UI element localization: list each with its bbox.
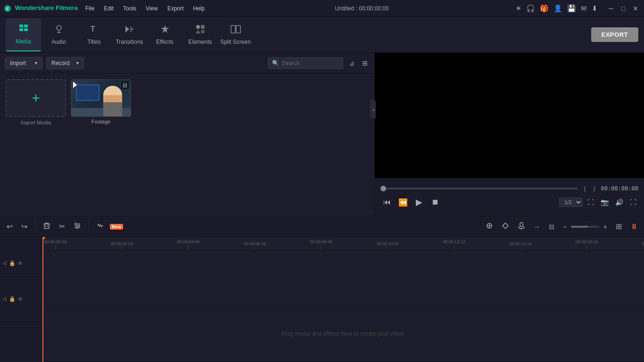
svg-point-17 (201, 30, 205, 33)
export-button[interactable]: EXPORT (591, 27, 638, 42)
playhead-button[interactable]: ⏸ (628, 221, 640, 232)
track-v2-eye-icon[interactable]: 👁 (17, 260, 23, 267)
preview-fullscreen-button[interactable]: ⛶ (628, 197, 638, 207)
window-controls: ─ □ ✕ (606, 4, 640, 13)
tool-transitions[interactable]: Transitions (112, 18, 147, 51)
quality-select[interactable]: 1/2 (559, 197, 583, 207)
ruler-label-4: 00:00:08:08 (310, 239, 333, 244)
ruler-label-8: 00:00:16:16 (576, 239, 598, 244)
track-v2-lock-icon[interactable]: 🔒 (9, 260, 16, 266)
ruler-mark-6: 00:00:12:12 (443, 239, 465, 250)
elements-icon (195, 24, 206, 37)
ruler-label-0: 00:00:00:00 (44, 239, 67, 244)
cut-button[interactable]: ✂ (56, 220, 68, 233)
menu-export[interactable]: Export (164, 3, 188, 14)
ruler-line-1 (122, 247, 122, 250)
import-media-tile[interactable]: + Import Media (6, 79, 66, 125)
rewind-button[interactable]: ⏮ (380, 196, 394, 209)
svg-rect-42 (520, 222, 523, 227)
tool-effects[interactable]: Effects (147, 18, 182, 51)
tool-elements[interactable]: Elements (182, 18, 218, 51)
preview-fit-button[interactable]: ⛶ (586, 197, 596, 207)
track-v1-eye-icon[interactable]: 👁 (17, 296, 23, 303)
maximize-button[interactable]: □ (619, 4, 628, 13)
track-v1-content[interactable]: Drag media and effects here to create yo… (42, 306, 644, 362)
menu-help[interactable]: Help (190, 3, 209, 14)
ruler-mark-3: 00:00:06:06 (244, 241, 266, 250)
footage-label: Footage (91, 119, 110, 124)
fit-screen-button[interactable]: ⊟ (546, 222, 557, 232)
playback-controls: ⏮ ⏪ ▶ ⏹ 1/2 ⛶ 📷 🔊 ⛶ (380, 196, 638, 209)
import-thumb[interactable]: + (6, 79, 66, 117)
tool-media[interactable]: Media (6, 18, 41, 51)
zoom-slider[interactable] (571, 226, 599, 228)
import-dropdown[interactable]: Import ▾ (5, 57, 42, 69)
mail-icon[interactable]: ✉ (581, 4, 587, 13)
mark-in-button[interactable]: { (582, 185, 587, 192)
stop-button[interactable]: ⏹ (429, 196, 442, 209)
filter-button[interactable]: ⊿ (347, 58, 356, 68)
ruler-line-6 (454, 245, 454, 250)
grid-view-button[interactable]: ⊞ (360, 58, 370, 68)
redo-button[interactable]: ↪ (18, 220, 30, 233)
undo-button[interactable]: ↩ (4, 220, 16, 233)
marker-button[interactable] (499, 221, 512, 232)
step-back-button[interactable]: ⏪ (396, 196, 410, 209)
footage-tile[interactable]: ⊟ Footage (71, 79, 131, 125)
tool-audio[interactable]: Audio (41, 18, 76, 51)
record-dropdown[interactable]: Record ▾ (46, 57, 84, 69)
menu-tools[interactable]: Tools (119, 3, 140, 14)
panel-collapse-handle[interactable]: ◂ (370, 100, 376, 119)
scrubber-handle[interactable] (380, 186, 386, 191)
svg-marker-41 (503, 223, 508, 229)
app-logo: F Wondershare Filmora (4, 4, 78, 12)
svg-marker-13 (161, 25, 169, 33)
close-button[interactable]: ✕ (631, 4, 640, 13)
preview-volume-button[interactable]: 🔊 (613, 197, 625, 207)
main-area: Import ▾ Record ▾ 🔍 ⊿ ⊞ + Import Media (0, 53, 644, 216)
search-input[interactable] (282, 60, 339, 66)
delete-button[interactable] (40, 220, 53, 233)
download-icon[interactable]: ⬇ (592, 4, 598, 13)
preview-scrubber: { } 00:00:00:00 (380, 185, 638, 192)
track-v2-num: ▪2 (3, 261, 7, 266)
svg-marker-16 (196, 30, 200, 33)
track-v2-content[interactable] (42, 250, 644, 306)
track-motion-button[interactable]: → (531, 222, 543, 232)
audio-beta-button[interactable] (94, 220, 107, 233)
gift-icon[interactable]: 🎁 (540, 4, 549, 13)
save-icon[interactable]: 💾 (567, 4, 576, 13)
adjust-button[interactable] (71, 220, 84, 233)
snap-button[interactable] (483, 221, 495, 232)
scrubber-track[interactable] (380, 188, 578, 189)
svg-line-36 (101, 225, 102, 227)
collapse-icon: ◂ (372, 107, 374, 112)
preview-screenshot-button[interactable]: 📷 (599, 197, 611, 207)
footage-type-icon: ⊟ (121, 82, 129, 89)
account-icon[interactable]: 👤 (553, 4, 562, 13)
menu-view[interactable]: View (142, 3, 162, 14)
play-button[interactable]: ▶ (413, 196, 426, 209)
headphone-icon[interactable]: 🎧 (526, 4, 535, 13)
svg-marker-12 (130, 26, 134, 33)
minimize-button[interactable]: ─ (606, 4, 616, 13)
voiceover-button[interactable] (515, 221, 528, 232)
mark-out-button[interactable]: } (592, 185, 597, 192)
sun-icon[interactable]: ☀ (515, 4, 521, 13)
title-bar-left: F Wondershare Filmora File Edit Tools Vi… (4, 3, 208, 14)
ruler-mark-5: 00:00:10:10 (376, 241, 399, 250)
import-media-label: Import Media (21, 120, 51, 125)
zoom-controls: − + (561, 222, 610, 232)
tool-titles[interactable]: T Titles (76, 18, 112, 51)
add-track-button[interactable]: ⊞ (613, 221, 624, 232)
zoom-in-button[interactable]: + (601, 222, 610, 232)
timeline-tracks: 00:00:00:0000:00:02:0200:00:04:0400:00:0… (42, 237, 644, 362)
menu-file[interactable]: File (82, 3, 98, 14)
import-chevron-icon: ▾ (35, 60, 37, 66)
menu-edit[interactable]: Edit (100, 3, 117, 14)
tool-split-screen[interactable]: Split Screen (218, 18, 253, 51)
track-v1-lock-icon[interactable]: 🔒 (9, 296, 16, 302)
zoom-out-button[interactable]: − (561, 222, 569, 232)
search-box[interactable]: 🔍 (268, 58, 343, 69)
ruler-mark-7: 00:00:14:14 (509, 241, 532, 250)
